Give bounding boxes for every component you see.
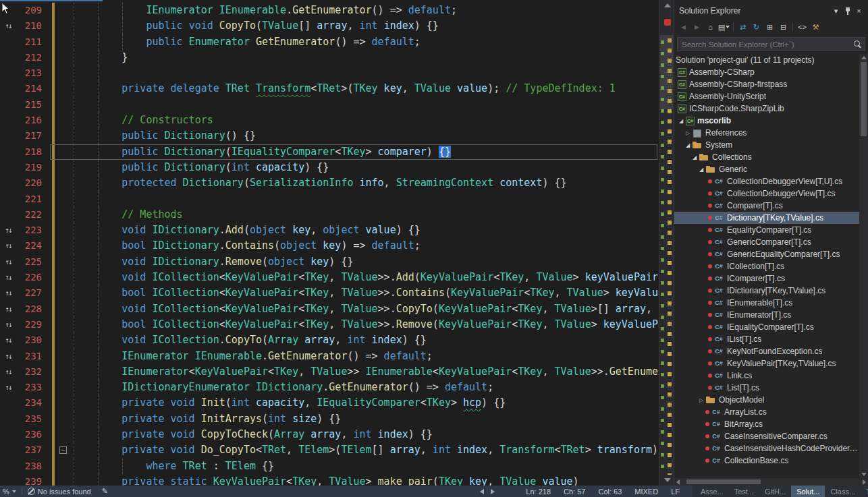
code-content[interactable]: void IDictionary.Add(object key, object … xyxy=(73,223,659,238)
pen-icon[interactable]: ✎ xyxy=(102,487,108,496)
code-line-232[interactable]: ↑↓232IEnumerator<KeyValuePair<TKey, TVal… xyxy=(0,364,659,380)
search-input[interactable] xyxy=(678,40,852,49)
tree-item-link-cs[interactable]: C#Link.cs xyxy=(674,370,859,382)
encoding-indicator[interactable]: MIXED xyxy=(634,488,658,496)
zoom-control[interactable]: % xyxy=(0,488,19,496)
tree-scroll-up-icon[interactable] xyxy=(861,56,867,59)
panel-tab-solut[interactable]: Solut... xyxy=(791,486,825,497)
tree-item-bitarray-cs[interactable]: C#BitArray.cs xyxy=(674,418,859,430)
code-content[interactable]: IDictionaryEnumerator IDictionary.GetEnu… xyxy=(73,380,659,395)
code-line-236[interactable]: 236private void CopyToCheck(Array array,… xyxy=(0,427,659,442)
tree-item-genericequalitycomparer-t-cs[interactable]: C#GenericEqualityComparer[T].cs xyxy=(674,248,859,260)
line-number[interactable]: 231 xyxy=(16,349,50,364)
search-icon[interactable] xyxy=(852,39,863,50)
code-line-210[interactable]: ↑↓210public void CopyTo(TValue[] array, … xyxy=(0,18,659,34)
references-indicator-icon[interactable]: ↑↓ xyxy=(0,380,16,395)
wrench-icon[interactable]: ⚒ xyxy=(809,21,822,33)
tree-item-solution-project-gui-11-of-11-projects[interactable]: Solution 'project-gui' (11 of 11 project… xyxy=(674,54,859,66)
chevron-expanded-icon[interactable]: ◢ xyxy=(697,167,705,173)
line-number[interactable]: 227 xyxy=(16,285,50,301)
tree-item-dictionary-tkey-tvalue-cs[interactable]: C#Dictionary[TKey,TValue].cs xyxy=(674,212,859,224)
line-number[interactable]: 234 xyxy=(16,395,50,411)
refresh-icon[interactable]: ↻ xyxy=(750,21,763,33)
tree-scroll-left-icon[interactable] xyxy=(676,479,680,485)
panel-tab-class[interactable]: Class... xyxy=(825,486,861,497)
tree-hscroll-thumb[interactable] xyxy=(686,479,761,484)
tree-item-collectiondebuggerview-t-cs[interactable]: C#CollectionDebuggerView[T].cs xyxy=(674,187,859,200)
back-icon[interactable]: ◄ xyxy=(677,21,690,33)
code-line-214[interactable]: 214private delegate TRet Transform<TRet>… xyxy=(0,81,659,96)
line-number[interactable]: 233 xyxy=(16,380,50,395)
tree-item-genericcomparer-t-cs[interactable]: C#GenericComparer[T].cs xyxy=(674,236,859,248)
references-indicator-icon[interactable]: ↑↓ xyxy=(0,254,16,270)
home-icon[interactable]: ⌂ xyxy=(704,21,717,33)
line-number[interactable]: 235 xyxy=(16,411,50,427)
tree-item-assembly-csharp-firstpass[interactable]: C#Assembly-CSharp-firstpass xyxy=(674,78,859,90)
tree-item-comparer-t-cs[interactable]: C#Comparer[T].cs xyxy=(674,200,859,212)
code-line-239[interactable]: 239private static KeyValuePair<TKey, TVa… xyxy=(0,474,659,486)
tree-item-system[interactable]: ◢System xyxy=(674,139,859,151)
scroll-up-icon[interactable] xyxy=(664,3,671,7)
code-line-238[interactable]: 238where TRet : TElem {} xyxy=(0,459,659,474)
pin-icon[interactable] xyxy=(842,5,853,16)
code-line-225[interactable]: ↑↓225void IDictionary.Remove(object key)… xyxy=(0,254,659,270)
line-number[interactable]: 237 xyxy=(16,442,50,458)
code-line-212[interactable]: 212} xyxy=(0,50,659,65)
line-number[interactable]: 220 xyxy=(16,175,50,191)
tree-item-icollection-t-cs[interactable]: C#ICollection[T].cs xyxy=(674,260,859,272)
code-content[interactable]: // Methods xyxy=(73,207,659,223)
tree-item-generic[interactable]: ◢Generic xyxy=(674,163,859,175)
tree-item-ienumerator-t-cs[interactable]: C#IEnumerator[T].cs xyxy=(674,309,859,321)
tree-item-icomparer-t-cs[interactable]: C#IComparer[T].cs xyxy=(674,272,859,285)
references-indicator-icon[interactable]: ↑↓ xyxy=(0,349,16,364)
code-content[interactable]: // Constructors xyxy=(73,113,659,128)
scroll-left-icon[interactable] xyxy=(480,489,484,494)
code-line-224[interactable]: ↑↓224bool IDictionary.Contains(object ke… xyxy=(0,238,659,254)
code-line-211[interactable]: 211public Enumerator GetEnumerator() => … xyxy=(0,34,659,50)
line-number[interactable]: 230 xyxy=(16,332,50,348)
references-indicator-icon[interactable]: ↑↓ xyxy=(0,301,16,317)
code-content[interactable]: IEnumerator<KeyValuePair<TKey, TValue>> … xyxy=(73,364,659,380)
line-number[interactable]: 209 xyxy=(16,3,50,18)
view-switcher-icon[interactable]: ▤ xyxy=(717,21,730,33)
tree-item-assembly-unityscript[interactable]: C#Assembly-UnityScript xyxy=(674,90,859,103)
chevron-expanded-icon[interactable]: ◢ xyxy=(684,142,692,148)
code-line-213[interactable]: 213 xyxy=(0,65,659,81)
code-content[interactable]: bool ICollection<KeyValuePair<TKey, TVal… xyxy=(73,317,659,332)
code-line-233[interactable]: ↑↓233IDictionaryEnumerator IDictionary.G… xyxy=(0,380,659,395)
chevron-collapsed-icon[interactable]: ▷ xyxy=(684,130,692,136)
window-menu-icon[interactable]: ▾ xyxy=(830,5,842,16)
tree-item-collectionbase-cs[interactable]: C#CollectionBase.cs xyxy=(674,455,859,467)
tree-item-collections[interactable]: ◢Collections xyxy=(674,151,859,163)
code-content[interactable]: bool ICollection<KeyValuePair<TKey, TVal… xyxy=(73,285,659,301)
code-line-223[interactable]: ↑↓223void IDictionary.Add(object key, ob… xyxy=(0,223,659,238)
code-content[interactable]: public Enumerator GetEnumerator() => def… xyxy=(73,34,659,50)
line-number[interactable]: 210 xyxy=(16,18,50,34)
line-number[interactable]: 213 xyxy=(16,65,50,81)
issues-indicator[interactable]: No issues found xyxy=(25,488,94,496)
line-number[interactable]: 232 xyxy=(16,364,50,380)
code-content[interactable]: public Dictionary(IEqualityComparer<TKey… xyxy=(73,144,659,160)
code-content[interactable]: private void InitArrays(int size) {} xyxy=(73,411,659,427)
code-line-218[interactable]: 218public Dictionary(IEqualityComparer<T… xyxy=(0,144,659,160)
code-content[interactable]: public void CopyTo(TValue[] array, int i… xyxy=(73,18,659,34)
code-content[interactable]: public Dictionary() {} xyxy=(73,128,659,144)
scroll-down-icon[interactable] xyxy=(664,478,671,482)
line-number[interactable]: 223 xyxy=(16,223,50,238)
code-line-234[interactable]: 234private void Init(int capacity, IEqua… xyxy=(0,395,659,411)
tree-vertical-scrollbar[interactable] xyxy=(859,54,868,478)
tree-item-iequalitycomparer-t-cs[interactable]: C#IEqualityComparer[T].cs xyxy=(674,321,859,333)
chevron-expanded-icon[interactable]: ◢ xyxy=(677,118,685,124)
line-number[interactable]: 236 xyxy=(16,427,50,442)
tree-item-assembly-csharp[interactable]: C#Assembly-CSharp xyxy=(674,66,859,78)
collapse-all-icon[interactable]: ⊟ xyxy=(777,21,790,33)
code-editor[interactable]: 209IEnumerator IEnumerable.GetEnumerator… xyxy=(0,0,674,486)
code-content[interactable]: private static KeyValuePair<TKey, TValue… xyxy=(73,474,659,486)
line-number[interactable]: 215 xyxy=(16,97,50,113)
code-content[interactable]: } xyxy=(73,50,659,65)
tree-item-mscorlib[interactable]: ◢C#mscorlib xyxy=(674,115,859,127)
tree-item-icsharpcode-sharpziplib[interactable]: C#ICSharpCode.SharpZipLib xyxy=(674,103,859,115)
line-number[interactable]: 218 xyxy=(16,144,50,160)
code-content[interactable]: bool IDictionary.Contains(object key) =>… xyxy=(73,238,659,254)
line-number[interactable]: 238 xyxy=(16,459,50,474)
